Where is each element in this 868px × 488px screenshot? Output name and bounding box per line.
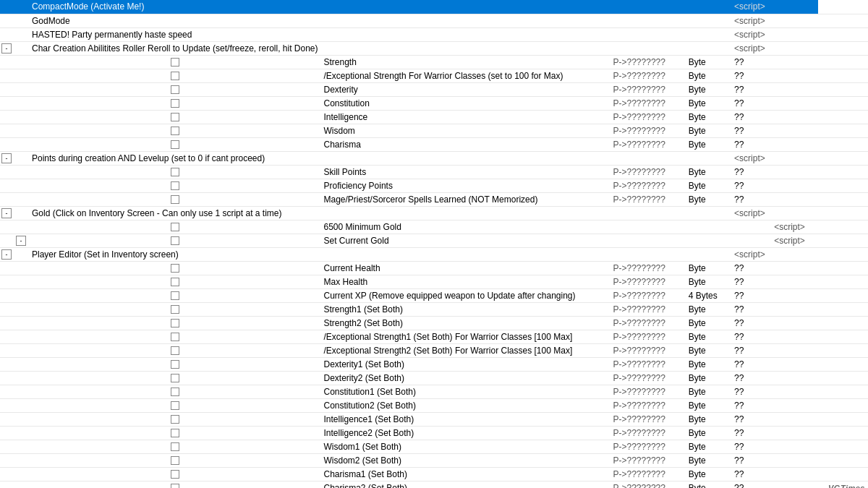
type-value: Byte <box>689 263 706 273</box>
expand-cell <box>0 14 14 27</box>
expand-button[interactable]: - <box>1 249 12 260</box>
checkbox-cell <box>29 316 321 330</box>
pointer-value: P->???????? <box>613 304 665 314</box>
table-row[interactable]: Constitution2 (Set Both) P->???????? Byt… <box>0 398 868 412</box>
table-row[interactable]: Strength2 (Set Both) P->???????? Byte ?? <box>0 316 868 330</box>
row-checkbox[interactable] <box>171 360 179 369</box>
script-cell <box>771 453 818 467</box>
table-row[interactable]: Charisma1 (Set Both) P->???????? Byte ?? <box>0 467 868 481</box>
table-row[interactable]: - Set Current Gold <script> <box>0 234 868 247</box>
row-checkbox[interactable] <box>171 127 179 135</box>
row-name: /Exceptional Strength For Warrior Classe… <box>324 71 563 81</box>
row-checkbox[interactable] <box>171 319 179 328</box>
table-row[interactable]: Wisdom2 (Set Both) P->???????? Byte ?? <box>0 453 868 467</box>
row-checkbox[interactable] <box>171 291 179 300</box>
row-name: Strength2 (Set Both) <box>324 318 403 328</box>
table-row[interactable]: GodMode <script> <box>0 14 868 27</box>
value-cell <box>686 206 731 220</box>
table-row[interactable]: Strength1 (Set Both) P->???????? Byte ?? <box>0 302 868 316</box>
table-row[interactable]: Proficiency Points P->???????? Byte ?? <box>0 179 868 192</box>
table-row[interactable]: Max Health P->???????? Byte ?? <box>0 275 868 288</box>
name-cell: Wisdom <box>321 124 610 137</box>
row-checkbox[interactable] <box>171 140 179 149</box>
table-row[interactable]: Strength P->???????? Byte ?? <box>0 55 868 69</box>
pointer-value: P->???????? <box>613 126 665 136</box>
row-checkbox[interactable] <box>171 113 179 121</box>
table-row[interactable]: Charisma2 (Set Both) P->???????? Byte ??… <box>0 481 868 488</box>
spacer-cell <box>0 165 14 179</box>
pointer-cell: P->???????? <box>610 261 686 275</box>
table-row[interactable]: 6500 Minimum Gold <script> <box>0 220 868 234</box>
table-row[interactable]: Intelligence1 (Set Both) P->???????? Byt… <box>0 412 868 426</box>
row-checkbox[interactable] <box>171 415 179 424</box>
table-row[interactable]: Dexterity1 (Set Both) P->???????? Byte ?… <box>0 357 868 371</box>
row-checkbox[interactable] <box>171 223 179 231</box>
row-checkbox[interactable] <box>171 181 179 190</box>
table-row[interactable]: Current XP (Remove equipped weapon to Up… <box>0 288 868 302</box>
expand-cell <box>14 288 29 302</box>
table-row[interactable]: Mage/Priest/Sorceror Spells Learned (NOT… <box>0 192 868 206</box>
table-row[interactable]: HASTED! Party permanently haste speed <s… <box>0 27 868 41</box>
spacer-cell <box>0 426 14 440</box>
cell-value: ?? <box>734 469 744 479</box>
logo-cell <box>818 343 868 357</box>
row-checkbox[interactable] <box>171 195 179 204</box>
table-row[interactable]: Intelligence P->???????? Byte ?? <box>0 110 868 124</box>
table-row[interactable]: /Exceptional Strength1 (Set Both) For Wa… <box>0 330 868 343</box>
pointer-cell: P->???????? <box>610 69 686 82</box>
row-checkbox[interactable] <box>171 429 179 437</box>
table-row[interactable]: Dexterity2 (Set Both) P->???????? Byte ?… <box>0 371 868 385</box>
table-row[interactable]: Current Health P->???????? Byte ?? <box>0 261 868 275</box>
expand-button[interactable]: - <box>1 43 12 53</box>
logo-cell <box>818 371 868 385</box>
table-row[interactable]: Wisdom P->???????? Byte ?? <box>0 124 868 137</box>
table-row[interactable]: Intelligence2 (Set Both) P->???????? Byt… <box>0 426 868 440</box>
table-row[interactable]: - Char Creation Abilitites Roller Reroll… <box>0 41 868 55</box>
name-cell: Wisdom2 (Set Both) <box>321 453 610 467</box>
row-checkbox[interactable] <box>171 470 179 479</box>
main-container[interactable]: CompactMode (Activate Me!) <script> GodM… <box>0 0 868 488</box>
table-row[interactable]: /Exceptional Strength For Warrior Classe… <box>0 69 868 82</box>
expand-cell <box>14 357 29 371</box>
table-row[interactable]: Charisma P->???????? Byte ?? <box>0 137 868 151</box>
row-checkbox[interactable] <box>171 442 179 451</box>
expand-button[interactable]: - <box>1 208 12 218</box>
row-checkbox[interactable] <box>171 484 179 488</box>
row-name: Wisdom <box>324 126 355 136</box>
row-checkbox[interactable] <box>171 72 179 80</box>
table-row[interactable]: - Gold (Click on Inventory Screen - Can … <box>0 206 868 220</box>
row-checkbox[interactable] <box>171 278 179 286</box>
table-row[interactable]: Constitution1 (Set Both) P->???????? Byt… <box>0 385 868 398</box>
row-checkbox[interactable] <box>171 58 179 67</box>
row-checkbox[interactable] <box>171 401 179 410</box>
row-checkbox[interactable] <box>171 236 179 245</box>
table-row[interactable]: Skill Points P->???????? Byte ?? <box>0 165 868 179</box>
row-checkbox[interactable] <box>171 85 179 94</box>
table-row[interactable]: - Points during creation AND Levelup (se… <box>0 151 868 165</box>
table-row[interactable]: CompactMode (Activate Me!) <script> <box>0 0 868 14</box>
row-checkbox[interactable] <box>171 168 179 176</box>
cell-value: ?? <box>734 112 744 122</box>
row-checkbox[interactable] <box>171 333 179 341</box>
row-checkbox[interactable] <box>171 346 179 355</box>
table-row[interactable]: Constitution P->???????? Byte ?? <box>0 96 868 110</box>
table-row[interactable]: Wisdom1 (Set Both) P->???????? Byte ?? <box>0 440 868 453</box>
row-checkbox[interactable] <box>171 99 179 108</box>
table-row[interactable]: - Player Editor (Set in Inventory screen… <box>0 247 868 261</box>
checkbox-cell <box>29 165 321 179</box>
row-checkbox[interactable] <box>171 456 179 465</box>
script-cell <box>771 69 818 82</box>
expand-cell: - <box>0 41 14 55</box>
expand-cell <box>14 481 29 488</box>
value-cell: ?? <box>731 412 771 426</box>
row-checkbox[interactable] <box>171 388 179 396</box>
value-cell: ?? <box>731 385 771 398</box>
row-checkbox[interactable] <box>171 374 179 382</box>
table-row[interactable]: Dexterity P->???????? Byte ?? <box>0 82 868 96</box>
table-row[interactable]: /Exceptional Strength2 (Set Both) For Wa… <box>0 343 868 357</box>
name-cell: Intelligence <box>321 110 610 124</box>
row-checkbox[interactable] <box>171 305 179 314</box>
row-checkbox[interactable] <box>171 264 179 273</box>
expand-button[interactable]: - <box>16 236 26 246</box>
expand-button[interactable]: - <box>1 153 12 163</box>
